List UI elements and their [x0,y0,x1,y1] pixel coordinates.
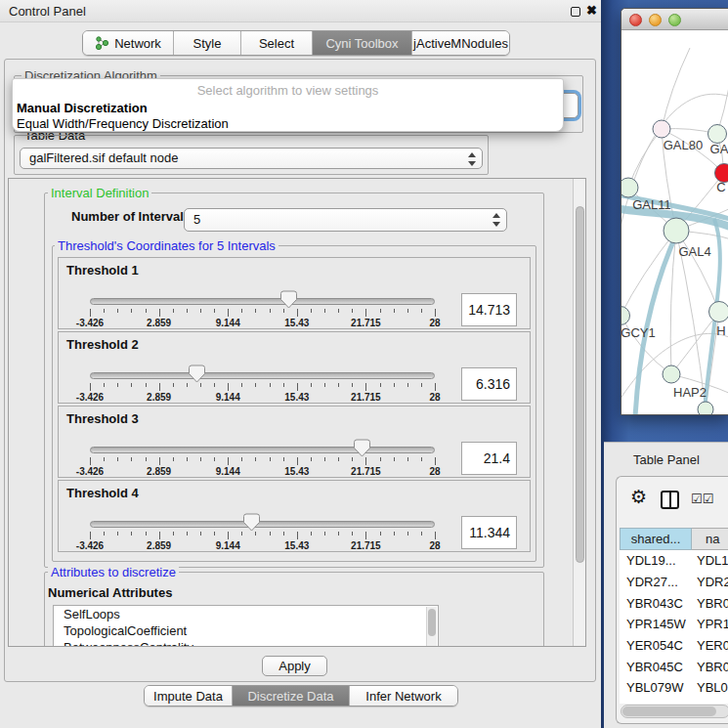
threshold-value-field[interactable]: 11.344 [461,516,517,549]
slider-tick [117,383,118,387]
slider-scale-label: 21.715 [351,318,381,328]
tab-select[interactable]: Select [241,31,313,55]
attributes-list-scrollbar[interactable] [426,607,437,647]
tab-infer-network[interactable]: Infer Network [350,686,457,706]
threshold-value-field[interactable]: 21.4 [461,442,517,475]
table-cell-name: YDR2 [692,575,728,589]
threshold-slider-thumb[interactable] [189,364,205,383]
threshold-slider-track[interactable] [90,372,435,379]
threshold-box-1: Threshold 1-3.4262.8599.14415.4321.71528… [58,257,531,329]
slider-tick [407,457,408,461]
table-horizontal-scrollbar[interactable] [621,705,728,718]
slider-scale-label: 28 [429,318,440,328]
table-data-combobox[interactable]: galFiltered.sif default node [20,148,483,169]
tab-jactivemnodules[interactable]: jActiveMNodules [412,31,509,55]
settings-vertical-scrollbar[interactable] [573,179,586,646]
zoom-traffic-light-icon[interactable] [668,14,681,26]
slider-scale-label: 2.859 [147,392,171,403]
slider-tick [283,309,284,313]
network-node[interactable] [698,402,713,415]
slider-tick [159,309,160,317]
combo-arrows-icon [467,151,476,167]
float-window-icon[interactable] [571,7,580,17]
slider-tick [297,309,298,317]
dropdown-item-manual-discretization[interactable]: Manual Discretization [17,101,148,115]
tab-discretize-data[interactable]: Discretize Data [233,686,350,706]
table-cell-shared-name: YBR045C [620,660,692,674]
column-layout-icon[interactable] [661,491,679,509]
slider-tick [228,532,229,539]
slider-tick [200,383,201,387]
threshold-slider-track[interactable] [90,298,435,305]
settings-scrollbar-thumb[interactable] [576,206,584,563]
numerical-attributes-list[interactable]: SelfLoopsTopologicalCoefficientBetweenne… [53,605,439,647]
column-header-shared-name[interactable]: shared... [620,528,692,550]
table-data-selected-value: galFiltered.sif default node [29,150,178,165]
table-row[interactable]: YER054CYER0 [620,635,728,657]
table-row[interactable]: YLR345WYLR3 [620,699,728,704]
gear-icon[interactable]: ⚙ [630,488,647,506]
table-cell-shared-name: YBR043C [620,596,692,611]
table-row[interactable]: YBR043CYBR0 [620,592,728,614]
slider-tick [338,383,339,387]
slider-scale-label: 15.43 [284,466,309,477]
threshold-value-field[interactable]: 6.316 [461,367,517,401]
slider-tick [228,383,229,391]
slider-tick [131,309,132,313]
table-row[interactable]: YPR145WYPR1 [620,614,728,635]
slider-tick [241,457,242,461]
table-row[interactable]: YBR045CYBR0 [620,656,728,677]
threshold-slider-thumb[interactable] [354,439,370,457]
network-node-label: GAL4 [678,244,710,259]
checkbox-icons[interactable]: ☑☑ [691,492,713,506]
threshold-slider-track[interactable] [90,521,435,528]
threshold-slider-thumb[interactable] [243,513,260,532]
attribute-list-item[interactable]: BetweennessCentrality [54,639,438,647]
tab-network[interactable]: Network [83,31,174,55]
close-traffic-light-icon[interactable] [629,14,642,26]
slider-tick [117,457,118,461]
network-node-gal11[interactable] [621,178,638,197]
slider-tick [187,383,188,387]
network-window-titlebar[interactable] [621,9,728,30]
threshold-slider-thumb[interactable] [280,290,297,309]
slider-tick [214,383,215,387]
attribute-list-item[interactable]: SelfLoops [54,606,438,622]
tab-label: Select [259,36,294,51]
tab-style[interactable]: Style [174,31,241,55]
slider-tick [352,532,353,535]
table-row[interactable]: YDR27...YDR2 [620,572,728,593]
network-canvas[interactable]: GAL80GACGAL11GAL4GCY1HHAP2 [621,30,728,415]
slider-tick [255,309,256,313]
tab-cyni-toolbox[interactable]: Cyni Toolbox [313,31,412,55]
slider-tick [146,457,147,461]
slider-tick [394,383,395,387]
dropdown-item-equal-width-frequency[interactable]: Equal Width/Frequency Discretization [17,116,229,131]
network-node-hap2[interactable] [663,365,680,383]
close-icon[interactable]: ✖ [586,3,597,18]
column-header-name[interactable]: na [692,528,728,550]
number-of-intervals-spinner[interactable]: 5 [184,208,507,232]
attribute-list-item[interactable]: TopologicalCoefficient [54,622,438,639]
network-node-label: GCY1 [621,325,656,340]
threshold-label: Threshold 4 [66,486,139,500]
network-node-gal4[interactable] [664,218,689,243]
network-node-ga[interactable] [708,125,727,144]
tab-label: jActiveMNodules [413,36,508,51]
table-scrollbar-thumb[interactable] [622,707,716,716]
table-row[interactable]: YBL079WYBL0 [620,677,728,699]
minimize-traffic-light-icon[interactable] [649,14,662,26]
tab-impute-data[interactable]: Impute Data [145,686,233,706]
network-node-label: GAL11 [632,197,671,212]
threshold-label: Threshold 2 [66,337,139,352]
table-row[interactable]: YDL19...YDL1 [620,550,728,572]
network-node-gal80[interactable] [653,120,670,138]
slider-tick [270,309,271,313]
network-node-h[interactable] [709,302,728,322]
apply-button[interactable]: Apply [262,656,327,676]
slider-tick [407,309,408,313]
slider-tick [131,532,132,535]
threshold-value-field[interactable]: 14.713 [461,293,517,326]
network-node-gcy1[interactable] [621,307,630,325]
threshold-slider-track[interactable] [90,447,435,453]
